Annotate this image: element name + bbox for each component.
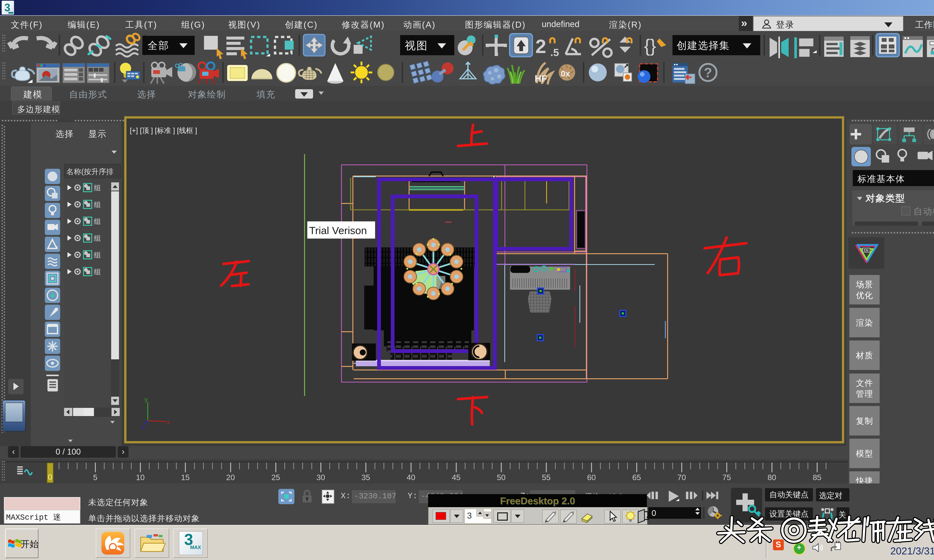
svg-text:.5: .5 bbox=[550, 46, 559, 58]
svg-text:组: 组 bbox=[94, 184, 101, 192]
svg-text:20: 20 bbox=[226, 473, 235, 482]
svg-text:组: 组 bbox=[94, 218, 101, 225]
svg-text:全部: 全部 bbox=[148, 40, 169, 51]
svg-text:{}: {} bbox=[644, 35, 656, 55]
svg-text:60: 60 bbox=[587, 473, 596, 482]
svg-text:25: 25 bbox=[271, 473, 280, 482]
svg-text:HF: HF bbox=[535, 73, 547, 84]
svg-text:组: 组 bbox=[94, 234, 101, 242]
svg-text:自动栅格: 自动栅格 bbox=[914, 206, 934, 216]
svg-text:15: 15 bbox=[181, 473, 190, 482]
svg-text:50: 50 bbox=[497, 473, 506, 482]
svg-text:0: 0 bbox=[652, 508, 656, 518]
svg-text:Trial Verison: Trial Verison bbox=[309, 225, 367, 236]
svg-text:标准基本体: 标准基本体 bbox=[857, 174, 905, 184]
svg-text:y: y bbox=[145, 395, 148, 403]
svg-text:40: 40 bbox=[407, 473, 415, 482]
svg-text:70: 70 bbox=[677, 473, 686, 482]
svg-text:45: 45 bbox=[452, 473, 461, 482]
svg-text:?: ? bbox=[704, 65, 712, 80]
svg-text:x: x bbox=[166, 418, 170, 425]
svg-text:组: 组 bbox=[94, 201, 101, 209]
svg-text:80: 80 bbox=[768, 473, 776, 482]
svg-text:视图: 视图 bbox=[405, 39, 428, 52]
svg-text:组: 组 bbox=[94, 268, 101, 276]
svg-text:CG: CG bbox=[864, 248, 868, 252]
svg-text:对象类型: 对象类型 bbox=[865, 193, 905, 203]
svg-text:85: 85 bbox=[813, 473, 821, 482]
svg-text:75: 75 bbox=[722, 473, 731, 482]
svg-text:55: 55 bbox=[542, 473, 551, 482]
svg-text:0x: 0x bbox=[561, 69, 570, 78]
svg-text:10: 10 bbox=[136, 473, 145, 482]
svg-text:65: 65 bbox=[632, 473, 641, 482]
svg-text:z: z bbox=[142, 423, 145, 430]
svg-text:30: 30 bbox=[316, 473, 325, 482]
svg-text:2: 2 bbox=[535, 35, 546, 57]
svg-text:[+] [顶 ] [标准 ] [线框 ]: [+] [顶 ] [标准 ] [线框 ] bbox=[130, 126, 197, 134]
svg-text:0: 0 bbox=[48, 472, 52, 482]
svg-text:35: 35 bbox=[361, 473, 370, 482]
svg-text:创建选择集: 创建选择集 bbox=[677, 40, 730, 51]
svg-text:组: 组 bbox=[94, 251, 101, 259]
svg-text:5: 5 bbox=[93, 473, 97, 482]
